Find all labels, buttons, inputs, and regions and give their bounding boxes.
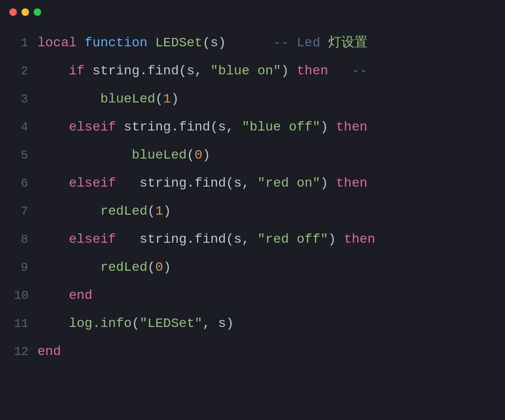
line-content: elseif string.find(s, "red on") then xyxy=(37,169,368,197)
line-content: redLed(1) xyxy=(37,197,171,225)
code-line: 3 blueLed(1) xyxy=(14,85,491,113)
code-line: 6 elseif string.find(s, "red on") then xyxy=(14,169,491,197)
line-content: end xyxy=(37,338,61,366)
line-number: 5 xyxy=(14,141,37,169)
code-editor[interactable]: 1local function LEDSet(s) -- Led 灯设置2 if… xyxy=(0,24,505,420)
code-line: 5 blueLed(0) xyxy=(14,141,491,169)
code-line: 7 redLed(1) xyxy=(14,197,491,225)
line-number: 3 xyxy=(14,85,37,113)
line-number: 12 xyxy=(14,338,37,366)
line-number: 7 xyxy=(14,197,37,225)
line-number: 10 xyxy=(14,282,37,310)
line-content: redLed(0) xyxy=(37,253,171,282)
line-content: log.info("LEDSet", s) xyxy=(37,310,234,338)
line-content: elseif string.find(s, "red off") then xyxy=(37,225,375,253)
code-line: 2 if string.find(s, "blue on") then -- xyxy=(14,57,491,85)
line-content: if string.find(s, "blue on") then -- xyxy=(37,57,368,85)
minimize-button[interactable] xyxy=(22,8,29,16)
line-number: 6 xyxy=(14,169,37,197)
maximize-button[interactable] xyxy=(34,8,41,16)
line-number: 11 xyxy=(14,310,37,338)
line-content: end xyxy=(37,282,93,310)
line-number: 2 xyxy=(14,57,37,85)
line-number: 4 xyxy=(14,113,37,141)
code-line: 8 elseif string.find(s, "red off") then xyxy=(14,225,491,253)
code-line: 12end xyxy=(14,338,491,366)
editor-window: 1local function LEDSet(s) -- Led 灯设置2 if… xyxy=(0,0,505,420)
code-line: 4 elseif string.find(s, "blue off") then xyxy=(14,113,491,141)
code-line: 9 redLed(0) xyxy=(14,253,491,282)
line-number: 1 xyxy=(14,29,37,57)
code-line: 1local function LEDSet(s) -- Led 灯设置 xyxy=(14,29,491,57)
line-content: blueLed(0) xyxy=(37,141,210,169)
code-line: 11 log.info("LEDSet", s) xyxy=(14,310,491,338)
line-number: 8 xyxy=(14,225,37,253)
line-content: blueLed(1) xyxy=(37,85,179,113)
line-content: elseif string.find(s, "blue off") then xyxy=(37,113,368,141)
line-number: 9 xyxy=(14,253,37,282)
line-content: local function LEDSet(s) -- Led 灯设置 xyxy=(37,29,368,57)
close-button[interactable] xyxy=(9,8,17,16)
title-bar xyxy=(0,0,505,24)
code-line: 10 end xyxy=(14,282,491,310)
